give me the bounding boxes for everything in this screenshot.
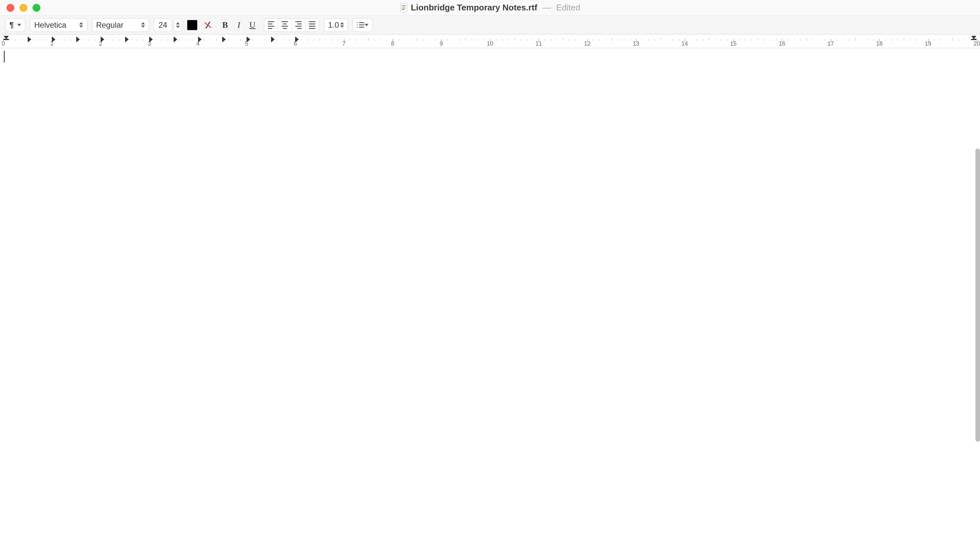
list-icon bbox=[357, 22, 364, 28]
ruler-number: 18 bbox=[876, 40, 883, 47]
font-size-input[interactable]: 24 bbox=[154, 18, 172, 32]
maximize-button[interactable] bbox=[33, 4, 40, 12]
ruler-number: 12 bbox=[584, 40, 591, 47]
tab-stop[interactable] bbox=[76, 37, 80, 42]
list-style-dropdown[interactable] bbox=[353, 18, 373, 32]
text-color-picker[interactable] bbox=[187, 20, 197, 30]
tab-stop[interactable] bbox=[222, 37, 226, 42]
minimize-button[interactable] bbox=[19, 4, 27, 12]
bold-button[interactable]: B bbox=[218, 18, 232, 32]
align-right-icon bbox=[295, 21, 302, 29]
tab-stop[interactable] bbox=[173, 37, 177, 42]
svg-line-6 bbox=[205, 22, 211, 28]
font-family-dropdown[interactable]: Helvetica bbox=[30, 18, 88, 32]
ruler[interactable]: 01234567891011121314151617181920 bbox=[0, 35, 980, 48]
close-button[interactable] bbox=[6, 4, 14, 12]
align-center-button[interactable] bbox=[278, 19, 291, 32]
vertical-scrollbar[interactable] bbox=[975, 149, 980, 442]
title-filename: Lionbridge Temporary Notes.rtf bbox=[411, 3, 537, 13]
ruler-number: 10 bbox=[487, 40, 493, 47]
font-style-dropdown[interactable]: Regular bbox=[92, 18, 149, 32]
window-controls bbox=[6, 4, 40, 12]
ruler-number: 11 bbox=[535, 40, 542, 47]
ruler-number: 8 bbox=[391, 40, 394, 47]
ruler-number: 9 bbox=[440, 40, 443, 47]
svg-rect-2 bbox=[402, 6, 406, 7]
tab-stop[interactable] bbox=[52, 37, 56, 42]
svg-rect-1 bbox=[402, 5, 406, 6]
svg-rect-3 bbox=[402, 8, 406, 8]
right-margin-marker[interactable] bbox=[971, 36, 977, 40]
alignment-group bbox=[264, 18, 319, 32]
paragraph-style-dropdown[interactable]: ¶ bbox=[5, 18, 25, 32]
window-title: Lionbridge Temporary Notes.rtf — Edited bbox=[400, 3, 580, 13]
left-margin-marker[interactable] bbox=[3, 36, 9, 40]
tab-stop[interactable] bbox=[198, 37, 202, 42]
ruler-number: 16 bbox=[779, 40, 785, 47]
align-left-icon bbox=[268, 21, 274, 29]
font-size-stepper[interactable] bbox=[173, 18, 183, 32]
chevron-down-icon bbox=[17, 24, 21, 26]
italic-button[interactable]: I bbox=[232, 18, 246, 32]
title-edited-status: Edited bbox=[556, 3, 580, 13]
font-style-value: Regular bbox=[96, 21, 124, 30]
underline-button[interactable]: U bbox=[246, 18, 259, 32]
ruler-number: 14 bbox=[682, 40, 688, 47]
highlight-color-picker[interactable] bbox=[202, 19, 214, 31]
svg-rect-4 bbox=[402, 9, 404, 10]
align-center-icon bbox=[282, 21, 288, 29]
tab-stop[interactable] bbox=[28, 37, 31, 42]
updown-arrows-icon bbox=[79, 22, 83, 28]
tab-stop[interactable] bbox=[101, 37, 104, 42]
ruler-number: 17 bbox=[827, 40, 834, 47]
updown-arrows-icon bbox=[340, 22, 344, 28]
line-spacing-dropdown[interactable]: 1.0 bbox=[324, 18, 348, 32]
tab-stop[interactable] bbox=[125, 37, 129, 42]
updown-arrows-icon bbox=[141, 22, 145, 28]
title-separator: — bbox=[542, 3, 551, 13]
ruler-number: 19 bbox=[925, 40, 931, 47]
stepper-up-icon bbox=[176, 22, 180, 24]
ruler-number: 0 bbox=[2, 40, 5, 47]
ruler-number: 7 bbox=[342, 40, 346, 47]
align-left-button[interactable] bbox=[264, 19, 278, 32]
tab-stop[interactable] bbox=[149, 37, 153, 42]
align-justify-icon bbox=[309, 21, 315, 29]
align-justify-button[interactable] bbox=[305, 19, 319, 32]
document-icon bbox=[400, 3, 407, 13]
text-format-group: B I U bbox=[218, 18, 259, 32]
font-size-value: 24 bbox=[159, 21, 167, 30]
ruler-number: 20 bbox=[974, 40, 980, 47]
ruler-number: 13 bbox=[633, 40, 639, 47]
stepper-down-icon bbox=[176, 26, 180, 28]
paragraph-icon: ¶ bbox=[10, 21, 14, 30]
titlebar: Lionbridge Temporary Notes.rtf — Edited bbox=[0, 0, 980, 16]
chevron-down-icon bbox=[364, 24, 369, 26]
line-spacing-value: 1.0 bbox=[328, 21, 339, 30]
align-right-button[interactable] bbox=[291, 19, 305, 32]
tab-stop[interactable] bbox=[247, 37, 250, 42]
ruler-number: 15 bbox=[730, 40, 737, 47]
tab-stop[interactable] bbox=[271, 37, 275, 42]
font-family-value: Helvetica bbox=[34, 21, 67, 30]
text-editor[interactable] bbox=[0, 48, 980, 542]
tab-stop[interactable] bbox=[295, 37, 299, 42]
text-cursor bbox=[4, 51, 5, 62]
format-toolbar: ¶ Helvetica Regular 24 bbox=[0, 16, 980, 35]
window: Lionbridge Temporary Notes.rtf — Edited … bbox=[0, 0, 980, 542]
